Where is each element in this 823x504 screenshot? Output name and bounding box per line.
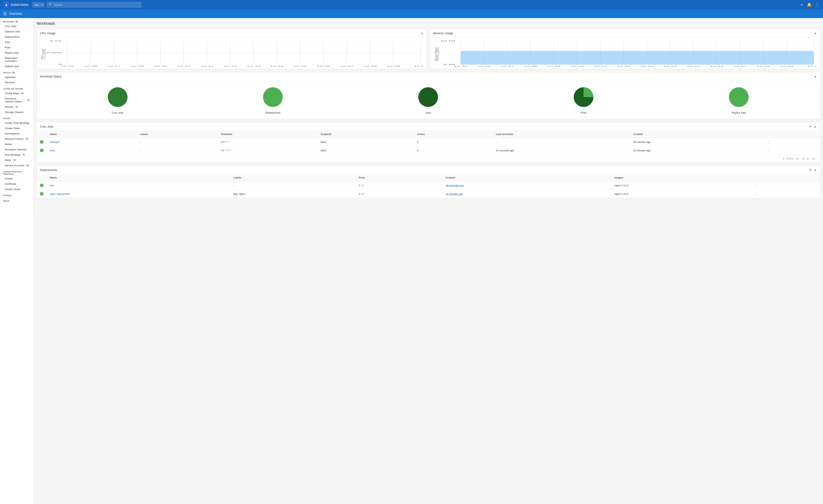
dep-status-check-icon: ✓ (40, 192, 43, 196)
user-button[interactable]: 👤 (815, 2, 820, 7)
more-icon[interactable]: ⋮ (755, 192, 758, 196)
cpu-chart-svg: 0.01 0.005 0 CPU (cores) (40, 39, 424, 67)
notifications-button[interactable]: 🔔 (807, 2, 812, 7)
deployments-collapse-icon[interactable]: ▲ (814, 169, 817, 172)
row-more[interactable]: ⋮ (764, 146, 820, 155)
sidebar-item-cluster-issuer[interactable]: Cluster Issuer (0, 187, 33, 192)
more-icon[interactable]: ⋮ (767, 140, 771, 144)
main-layout: Workloads N Cron Jobs Daemon Sets Deploy… (0, 18, 823, 504)
svg-text:10:39: 10:39 (547, 65, 560, 67)
dep-nginx-link[interactable]: nginx-deployment (50, 193, 70, 195)
sidebar-item-storage-classes[interactable]: Storage Classes (0, 109, 33, 115)
donut-replica-sets: Replica Sets (727, 85, 751, 114)
memory-collapse-icon[interactable]: ▲ (814, 32, 817, 35)
dep-row-created: 42 minutes ago (443, 190, 611, 198)
last-page-btn[interactable]: ▶| (812, 156, 817, 161)
add-button[interactable]: ＋ (800, 2, 804, 7)
sidebar-item-cluster-role-bindings[interactable]: Cluster Role Bindings (0, 120, 33, 125)
deployments-filter-icon[interactable]: ⚙ (809, 169, 812, 172)
dep-test-link[interactable]: test (50, 184, 54, 187)
row-schedule: 0 0 * * * (218, 138, 317, 146)
next-page-btn[interactable]: ▶ (806, 156, 810, 161)
svg-text:10:48: 10:48 (363, 65, 377, 67)
first-page-btn[interactable]: |◀ (795, 156, 799, 161)
hamburger-icon[interactable]: ☰ (3, 11, 7, 16)
dep-row-name: test (47, 181, 230, 190)
row-labels: - (137, 146, 218, 155)
cron-job-midnight-link[interactable]: midnight (50, 141, 59, 144)
search-input[interactable] (54, 3, 139, 6)
svg-text:10:43: 10:43 (640, 65, 654, 67)
sidebar-item-crd-cluster[interactable]: Cluster (0, 176, 33, 181)
svg-text:10:40: 10:40 (177, 65, 191, 67)
prev-page-btn[interactable]: ◀ (801, 156, 805, 161)
th-dep-created[interactable]: Created ↑ (443, 174, 611, 181)
deployments-card-header: Deployments ⚙ ▲ (37, 166, 820, 174)
sidebar-item-nodes[interactable]: Nodes (0, 142, 33, 147)
more-icon[interactable]: ⋮ (767, 149, 771, 152)
sidebar-item-roles[interactable]: Roles N (0, 158, 33, 163)
cpu-chart-header: CPU Usage ▲ (37, 29, 427, 37)
sidebar-item-pods[interactable]: Pods (0, 45, 33, 50)
sidebar-item-config-maps[interactable]: Config Maps N (0, 90, 33, 96)
sidebar-section-about[interactable]: About (0, 197, 33, 203)
dep-nginx-created-link[interactable]: 42 minutes ago (446, 193, 463, 195)
sidebar-item-namespaces[interactable]: Namespaces (0, 131, 33, 136)
sidebar-section-settings[interactable]: Settings (0, 192, 33, 197)
row-status-icon: ✓ (37, 138, 47, 146)
sidebar-item-deployments[interactable]: Deployments (0, 34, 33, 39)
workload-status-collapse-icon[interactable]: ▲ (814, 75, 817, 78)
row-suspend: false (318, 146, 414, 155)
replica-sets-donut-label: Replica Sets (732, 111, 746, 114)
row-created: 36 minutes ago (630, 138, 764, 146)
search-icon: 🔍 (49, 3, 53, 6)
sidebar-item-cron-jobs[interactable]: Cron Jobs (0, 24, 33, 29)
th-dep-name[interactable]: Name (47, 174, 230, 181)
sidebar-item-secrets[interactable]: Secrets N (0, 104, 33, 109)
svg-text:10:42: 10:42 (617, 65, 630, 67)
sidebar-section-config-storage: Config and Storage (0, 85, 33, 90)
row-schedule: */1 * * * * (218, 146, 317, 155)
cron-jobs-pagination: 1 – 2 of 2 |◀ ◀ ▶ ▶| (37, 155, 820, 162)
sidebar-item-role-bindings[interactable]: Role Bindings N (0, 152, 33, 158)
sidebar-item-replication-controllers[interactable]: Replication Controllers (0, 55, 33, 64)
cron-jobs-collapse-icon[interactable]: ▲ (814, 125, 817, 128)
svg-point-79 (108, 87, 128, 107)
sidebar-item-replica-sets[interactable]: Replica Sets (0, 50, 33, 55)
cron-job-hello-link[interactable]: hello (50, 149, 55, 152)
sidebar-item-daemon-sets[interactable]: Daemon Sets (0, 29, 33, 34)
sidebar-item-jobs[interactable]: Jobs (0, 39, 33, 45)
dep-row-more[interactable]: ⋮ (752, 181, 820, 190)
sidebar-item-ingresses[interactable]: Ingresses (0, 74, 33, 80)
dep-status-check-icon: ✓ (40, 184, 43, 187)
namespace-wrapper[interactable]: test (31, 2, 44, 7)
th-dep-images: Images (611, 174, 752, 181)
deployments-donut-svg (261, 85, 285, 109)
sidebar-item-certificate[interactable]: Certificate (0, 181, 33, 187)
search-bar[interactable]: 🔍 (47, 2, 141, 7)
sidebar-item-cluster-roles[interactable]: Cluster Roles (0, 125, 33, 131)
th-name-label[interactable]: Name (47, 131, 137, 138)
sidebar-item-services[interactable]: Services (0, 80, 33, 85)
dep-row-more[interactable]: ⋮ (752, 190, 820, 198)
dep-row-labels: app: nginx (230, 190, 355, 198)
kubernetes-logo: ⎈ (3, 2, 9, 8)
sidebar-item-persistent-volumes[interactable]: Persistent Volumes (0, 147, 33, 152)
row-active: 0 (414, 146, 493, 155)
row-more[interactable]: ⋮ (764, 138, 820, 146)
sidebar-item-stateful-sets[interactable]: Stateful Sets (0, 64, 33, 69)
replica-sets-donut-svg (727, 85, 751, 109)
sidebar-item-network-policies[interactable]: Network Policies N (0, 136, 33, 142)
cron-jobs-filter-icon[interactable]: ⚙ (809, 125, 812, 128)
table-row: ✓ test - 2 / 2 48 seconds ago nginx:1.14… (37, 181, 820, 190)
dep-test-created-link[interactable]: 48 seconds ago (446, 184, 464, 187)
sidebar-item-pvc[interactable]: Persistent Volume Claims N (0, 96, 33, 104)
th-created[interactable]: Created ↑ (630, 131, 764, 138)
more-icon[interactable]: ⋮ (755, 183, 758, 187)
svg-text:10:42: 10:42 (223, 65, 237, 67)
cpu-collapse-icon[interactable]: ▲ (421, 32, 424, 35)
th-dep-labels: Labels (230, 174, 355, 181)
sidebar-item-service-accounts[interactable]: Service Accounts N (0, 163, 33, 168)
namespace-select[interactable]: test (32, 2, 44, 7)
sidebar: Workloads N Cron Jobs Daemon Sets Deploy… (0, 18, 33, 504)
